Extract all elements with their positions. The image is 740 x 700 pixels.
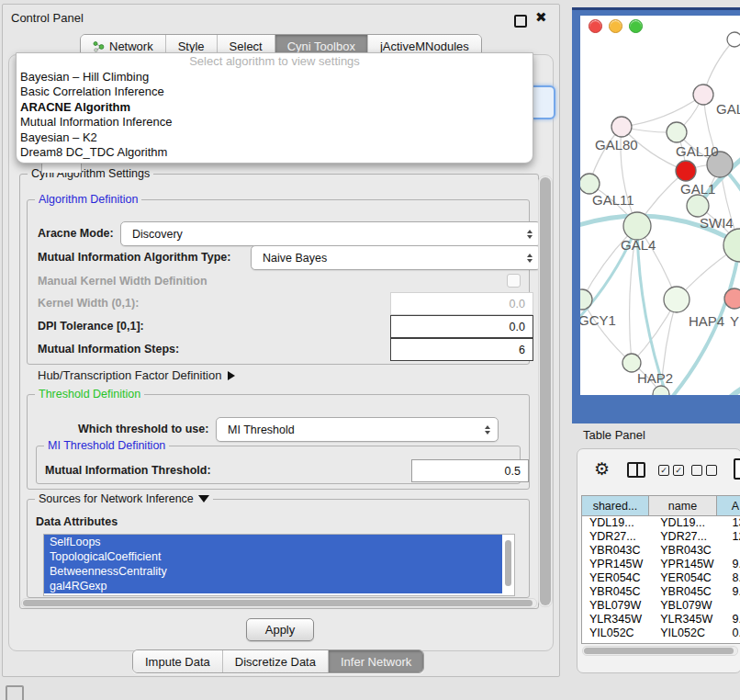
- group-title: Algorithm Definition: [35, 193, 141, 206]
- tab-label: Select: [230, 40, 263, 53]
- table-cell: YBR045C: [582, 585, 653, 599]
- chevron-updown-icon: [527, 254, 533, 263]
- attribute-item-selfloops[interactable]: SelfLoops: [44, 535, 502, 549]
- which-threshold-select[interactable]: MI Threshold: [216, 417, 499, 442]
- mi-steps-label: Mutual Information Steps:: [38, 343, 179, 356]
- table-row[interactable]: YDR27...YDR27...12: [582, 530, 740, 544]
- network-node[interactable]: [727, 32, 740, 47]
- table-cell: YDR27...: [653, 530, 724, 544]
- tab-infer-network[interactable]: Infer Network: [329, 650, 423, 672]
- network-node-y[interactable]: [724, 288, 740, 309]
- tab-label: Discretize Data: [235, 655, 316, 669]
- panel-icon[interactable]: [6, 685, 24, 700]
- control-panel-window: Control Panel ✖ NetworkStyleSelectCyni T…: [2, 4, 560, 677]
- network-node-gal[interactable]: [693, 85, 713, 105]
- sources-group-title[interactable]: Sources for Network Inference: [35, 492, 213, 505]
- select-all-icon[interactable]: ✓✓: [658, 465, 684, 476]
- network-node-gal10[interactable]: [667, 122, 687, 142]
- manual-kernel-label: Manual Kernel Width Definition: [38, 275, 207, 288]
- attribute-item-topologicalcoefficient[interactable]: TopologicalCoefficient: [44, 549, 502, 564]
- table-cell: YBR043C: [582, 544, 653, 558]
- settings-vertical-scrollbar[interactable]: [538, 175, 553, 607]
- network-node-gal11[interactable]: [580, 174, 600, 194]
- network-edge[interactable]: [622, 95, 703, 127]
- table-row[interactable]: YBL079WYBL079W: [582, 599, 740, 613]
- close-button[interactable]: [589, 19, 602, 33]
- column-header-name[interactable]: name: [649, 496, 717, 515]
- table-row[interactable]: YPR145WYPR145W9.: [582, 558, 740, 571]
- network-node-swi4[interactable]: [687, 195, 709, 217]
- algorithm-option-basic-correlation-inference[interactable]: Basic Correlation Inference: [17, 85, 533, 99]
- algorithm-option-mutual-information-inference[interactable]: Mutual Information Inference: [17, 115, 533, 130]
- aracne-mode-select[interactable]: Discovery: [120, 221, 541, 246]
- minimize-button[interactable]: [609, 19, 622, 33]
- tab-label: Infer Network: [341, 655, 411, 669]
- tab-label: Style: [178, 40, 205, 53]
- network-edge-weighted[interactable]: [718, 379, 740, 395]
- mi-threshold-field[interactable]: 0.5: [411, 459, 529, 482]
- column-header-a[interactable]: A: [717, 496, 740, 515]
- list-scrollbar-thumb[interactable]: [505, 540, 511, 586]
- zoom-button[interactable]: [629, 19, 643, 33]
- table-cell: YPR145W: [653, 558, 724, 571]
- table-cell: YDR27...: [582, 530, 653, 544]
- kernel-width-field[interactable]: 0.0: [390, 292, 533, 315]
- table-cell: YBR045C: [653, 585, 724, 599]
- attribute-item-gal4rgexp[interactable]: gal4RGexp: [44, 579, 502, 593]
- table-cell: 8.: [725, 571, 740, 585]
- table-cell: YBR043C: [653, 544, 724, 558]
- which-threshold-label: Which threshold to use:: [78, 423, 208, 435]
- settings-horizontal-scrollbar[interactable]: [21, 598, 537, 608]
- mi-algorithm-type-label: Mutual Information Algorithm Type:: [38, 251, 230, 264]
- table-panel: ⚙ ✓✓ shared...nameA YDL19...YDL19...13YD…: [577, 448, 740, 673]
- float-icon[interactable]: [514, 15, 527, 28]
- table-cell: YLR345W: [582, 613, 653, 627]
- table-cell: YLR345W: [653, 613, 724, 627]
- table-row[interactable]: YIL052CYIL052C0.: [582, 627, 740, 640]
- table-row[interactable]: YLR345WYLR345W9.: [582, 613, 740, 627]
- mi-algorithm-type-select[interactable]: Naive Bayes: [251, 245, 541, 270]
- file-icon[interactable]: [734, 458, 740, 480]
- table-horizontal-scrollbar[interactable]: [582, 646, 738, 656]
- network-node-hap4[interactable]: [664, 287, 690, 312]
- algorithm-option-bayesian-hill-climbing[interactable]: Bayesian – Hill Climbing: [17, 70, 533, 85]
- column-header-shared[interactable]: shared...: [582, 496, 649, 515]
- table-row[interactable]: YDL19...YDL19...13: [582, 516, 740, 530]
- network-node-hap2[interactable]: [622, 354, 641, 372]
- table-cell: 9.: [725, 585, 740, 599]
- table-cell: [725, 544, 740, 558]
- mi-steps-field[interactable]: 6: [390, 338, 533, 361]
- network-node-gal1[interactable]: [676, 161, 696, 181]
- node-label: GCY1: [580, 312, 616, 328]
- table-row[interactable]: YER054CYER054C8.: [582, 571, 740, 585]
- data-attributes-label: Data Attributes: [36, 515, 118, 528]
- algorithm-option-aracne-algorithm[interactable]: ARACNE Algorithm: [17, 100, 533, 115]
- table-cell: YBL079W: [653, 599, 724, 613]
- table-row[interactable]: YBR045CYBR045C9.: [582, 585, 740, 599]
- algorithm-option-bayesian-k2[interactable]: Bayesian – K2: [17, 130, 533, 145]
- attribute-item-betweennesscentrality[interactable]: BetweennessCentrality: [44, 564, 502, 579]
- dpi-tolerance-field[interactable]: 0.0: [390, 315, 533, 338]
- group-title: MI Threshold Definition: [44, 439, 169, 452]
- split-view-icon[interactable]: [627, 462, 645, 478]
- network-node[interactable]: [653, 386, 669, 395]
- network-node-gal4[interactable]: [623, 212, 651, 240]
- deselect-all-icon[interactable]: [691, 465, 717, 476]
- network-node-gal80[interactable]: [611, 117, 632, 137]
- tab-discretize-data[interactable]: Discretize Data: [223, 650, 329, 672]
- gear-icon[interactable]: ⚙: [594, 458, 610, 480]
- hub-definition-toggle[interactable]: Hub/Transcription Factor Definition: [38, 368, 235, 382]
- network-node[interactable]: [723, 229, 740, 262]
- network-canvas[interactable]: GALGAL80GAL10GAL1GAL11SWI4GAL4GCY1HAP4YH…: [580, 16, 740, 395]
- table-row[interactable]: YBR043CYBR043C: [582, 544, 740, 558]
- network-view-window: GALGAL80GAL10GAL1GAL11SWI4GAL4GCY1HAP4YH…: [572, 7, 740, 423]
- algorithm-options: Bayesian – Hill ClimbingBasic Correlatio…: [17, 70, 533, 160]
- node-table: shared...nameA YDL19...YDL19...13YDR27..…: [581, 495, 740, 644]
- tab-impute-data[interactable]: Impute Data: [133, 650, 223, 672]
- manual-kernel-checkbox[interactable]: [507, 274, 521, 288]
- network-edge[interactable]: [582, 299, 632, 363]
- algorithm-option-dream8-dc-tdc-algorithm[interactable]: Dream8 DC_TDC Algorithm: [17, 145, 533, 160]
- close-icon[interactable]: ✖: [535, 9, 547, 26]
- apply-button[interactable]: Apply: [246, 618, 314, 641]
- table-cell: YBL079W: [582, 599, 653, 613]
